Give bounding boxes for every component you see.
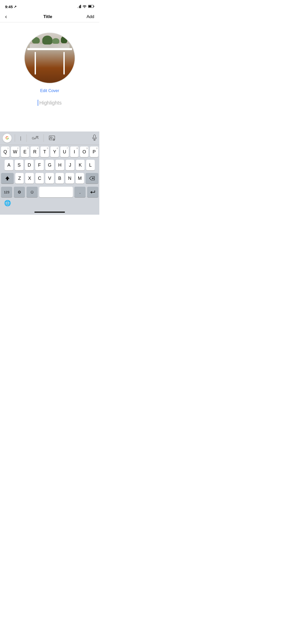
key-l[interactable]: L	[86, 160, 95, 170]
plant3	[52, 38, 59, 44]
cursor-btn[interactable]: |	[18, 135, 23, 142]
key-t[interactable]: 5T	[40, 147, 49, 157]
key-y[interactable]: 6Y	[50, 147, 59, 157]
keyboard: G | G x ✿	[0, 131, 99, 215]
key-b[interactable]: B	[56, 173, 64, 184]
translate-button[interactable]: G x	[30, 134, 40, 142]
main-content: Edit Cover Highlights	[0, 22, 99, 112]
svg-line-6	[36, 136, 36, 139]
nav-bar: ‹ Title Add	[0, 11, 99, 22]
delete-key[interactable]	[86, 173, 98, 184]
plant2	[42, 36, 52, 45]
key-u[interactable]: 7U	[60, 147, 69, 157]
scene-button[interactable]: ✿	[47, 135, 57, 142]
key-e[interactable]: 3E	[21, 147, 29, 157]
shelf-leg-left	[35, 52, 36, 74]
return-key[interactable]	[87, 187, 98, 197]
key-j[interactable]: J	[66, 160, 74, 170]
emoji-key[interactable]: ☺	[26, 187, 38, 197]
key-v[interactable]: V	[45, 173, 54, 184]
key-p[interactable]: 0P	[90, 147, 98, 157]
location-icon: ↗	[14, 5, 17, 9]
key-a[interactable]: A	[5, 160, 13, 170]
keyboard-toolbar: G | G x ✿	[0, 131, 99, 145]
svg-marker-15	[5, 176, 9, 180]
home-indicator	[0, 211, 99, 215]
key-z[interactable]: Z	[15, 173, 24, 184]
period-key[interactable]: .	[74, 187, 86, 197]
key-f[interactable]: F	[35, 160, 44, 170]
highlights-placeholder: Highlights	[39, 100, 62, 106]
key-o[interactable]: 9O	[80, 147, 88, 157]
svg-rect-12	[93, 135, 96, 138]
svg-text:x: x	[34, 137, 36, 140]
mic-button[interactable]	[92, 135, 97, 142]
key-k[interactable]: K	[76, 160, 85, 170]
shift-key[interactable]	[1, 173, 14, 184]
cover-image[interactable]	[24, 33, 75, 83]
key-n[interactable]: N	[65, 173, 74, 184]
google-button[interactable]: G	[3, 134, 12, 143]
cover-image-mock	[25, 33, 75, 83]
numbers-key[interactable]: 123	[1, 187, 12, 197]
key-d[interactable]: D	[25, 160, 34, 170]
toolbar-divider-2	[26, 134, 27, 142]
key-s[interactable]: S	[15, 160, 23, 170]
key-i[interactable]: 8I	[70, 147, 79, 157]
key-row-3: Z X C V B N M	[1, 173, 98, 184]
globe-row: 🌐	[0, 198, 99, 211]
key-rows: 1Q 2W 3E 4R 5T 6Y 7U 8I 9O 0P A S D F G …	[0, 145, 99, 185]
nav-title: Title	[43, 14, 52, 19]
key-h[interactable]: H	[56, 160, 64, 170]
edit-cover-button[interactable]: Edit Cover	[40, 89, 59, 93]
status-icons	[77, 5, 94, 9]
key-g[interactable]: G	[45, 160, 54, 170]
key-w[interactable]: 2W	[11, 147, 19, 157]
key-row-1: 1Q 2W 3E 4R 5T 6Y 7U 8I 9O 0P	[1, 147, 98, 157]
svg-text:✿: ✿	[53, 139, 55, 141]
key-row-2: A S D F G H J K L	[1, 160, 98, 170]
add-button[interactable]: Add	[87, 14, 94, 19]
plant4	[61, 36, 67, 43]
battery-icon	[88, 5, 94, 9]
space-key[interactable]	[39, 187, 73, 197]
status-bar: 9:45 ↗	[0, 0, 99, 11]
shelf-leg-right	[63, 52, 65, 74]
highlights-input-area[interactable]: Highlights	[5, 98, 94, 107]
shelf-white	[27, 48, 72, 50]
time-label: 9:45	[5, 5, 13, 9]
globe-button[interactable]: 🌐	[4, 200, 11, 207]
key-x[interactable]: X	[25, 173, 34, 184]
google-icon: G	[6, 136, 9, 140]
plant1	[32, 37, 40, 43]
svg-line-7	[37, 136, 38, 139]
home-bar	[34, 212, 65, 213]
status-time: 9:45 ↗	[5, 5, 17, 9]
toolbar-divider-1	[15, 134, 15, 142]
back-button[interactable]: ‹	[5, 12, 9, 21]
wifi-icon	[83, 5, 87, 9]
key-r[interactable]: 4R	[31, 147, 39, 157]
text-cursor	[38, 100, 38, 106]
signal-icon	[77, 5, 81, 8]
key-q[interactable]: 1Q	[1, 147, 9, 157]
key-c[interactable]: C	[35, 173, 44, 184]
toolbar-divider-3	[44, 134, 44, 142]
key-m[interactable]: M	[76, 173, 84, 184]
svg-rect-2	[89, 6, 91, 7]
key-row-bottom: 123 ⚙ ☺ .	[0, 185, 99, 198]
settings-key[interactable]: ⚙	[14, 187, 25, 197]
svg-rect-1	[94, 6, 94, 7]
